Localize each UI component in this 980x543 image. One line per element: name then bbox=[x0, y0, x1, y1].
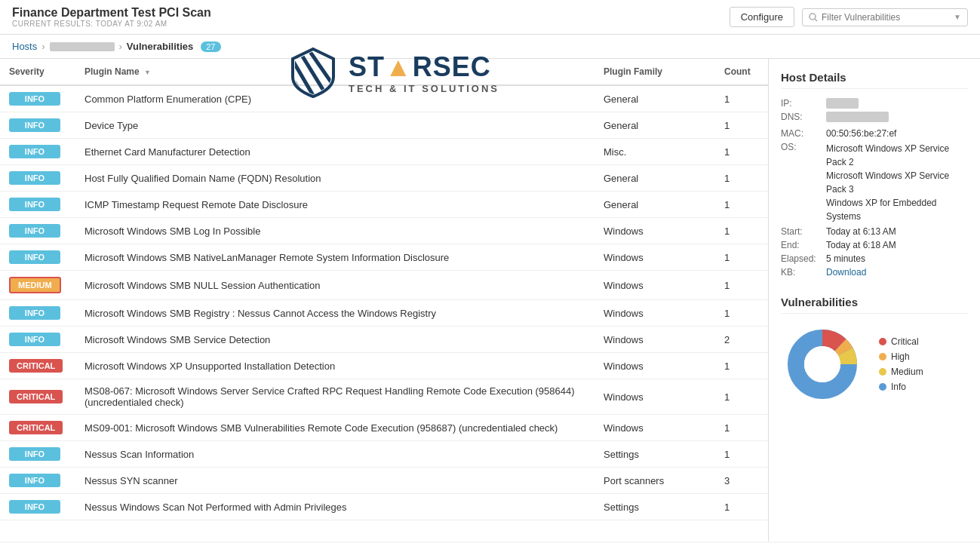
sort-icon: ▼ bbox=[144, 69, 151, 76]
severity-badge: CRITICAL bbox=[9, 359, 63, 373]
plugin-family-cell: Windows bbox=[594, 271, 715, 300]
plugin-name-cell: Device Type bbox=[75, 112, 594, 139]
os-label: OS: bbox=[781, 142, 826, 152]
plugin-name-cell: Host Fully Qualified Domain Name (FQDN) … bbox=[75, 165, 594, 192]
logo-text-wrap: ST▲RSEC TECH & IT SOLUTIONS bbox=[349, 51, 499, 94]
vuln-count-badge: 27 bbox=[201, 41, 220, 52]
end-value: Today at 6:18 AM bbox=[826, 240, 896, 250]
start-label: Start: bbox=[781, 226, 826, 237]
plugin-family-cell: Windows bbox=[594, 300, 715, 327]
vuln-chart-section: Vulnerabilities bbox=[781, 296, 968, 406]
plugin-name-cell: Nessus Scan Information bbox=[75, 441, 594, 468]
table-row[interactable]: INFOHost Fully Qualified Domain Name (FQ… bbox=[0, 165, 768, 192]
severity-badge: INFO bbox=[9, 224, 60, 238]
table-row[interactable]: CRITICALMS09-001: Microsoft Windows SMB … bbox=[0, 415, 768, 441]
plugin-family-cell: Settings bbox=[594, 441, 715, 468]
breadcrumb-current: Vulnerabilities bbox=[127, 41, 193, 52]
host-details-title: Host Details bbox=[781, 71, 968, 89]
main-layout: ST▲RSEC TECH & IT SOLUTIONS Severity Plu… bbox=[0, 59, 980, 541]
info-label: Info bbox=[891, 382, 906, 392]
table-row[interactable]: INFOMicrosoft Windows SMB Log In Possibl… bbox=[0, 218, 768, 244]
severity-badge: INFO bbox=[9, 474, 60, 487]
table-row[interactable]: INFOICMP Timestamp Request Remote Date D… bbox=[0, 192, 768, 218]
svg-point-0 bbox=[809, 14, 816, 20]
plugin-name-cell: Ethernet Card Manufacturer Detection bbox=[75, 139, 594, 165]
count-cell: 1 bbox=[715, 353, 768, 379]
filter-input[interactable] bbox=[822, 12, 951, 23]
plugin-name-cell: Microsoft Windows SMB NULL Session Authe… bbox=[75, 271, 594, 300]
table-row[interactable]: INFOEthernet Card Manufacturer Detection… bbox=[0, 139, 768, 165]
plugin-family-cell: Misc. bbox=[594, 139, 715, 165]
severity-cell: INFO bbox=[0, 218, 75, 244]
mac-value: 00:50:56:be:27:ef bbox=[826, 128, 896, 139]
host-ip-masked: ██████████ bbox=[50, 42, 115, 51]
table-row[interactable]: INFOMicrosoft Windows SMB NativeLanManag… bbox=[0, 244, 768, 271]
severity-badge: INFO bbox=[9, 171, 60, 185]
plugin-family-cell: Port scanners bbox=[594, 468, 715, 494]
count-cell: 2 bbox=[715, 327, 768, 353]
chart-area: Critical High Medium Info bbox=[781, 323, 968, 406]
info-dot bbox=[879, 383, 886, 391]
severity-cell: INFO bbox=[0, 192, 75, 218]
detail-elapsed-row: Elapsed: 5 minutes bbox=[781, 253, 968, 264]
svg-point-10 bbox=[804, 346, 840, 382]
top-bar-left: Finance Department Test PCI Scan CURRENT… bbox=[12, 6, 211, 28]
table-row[interactable]: INFOMicrosoft Windows SMB Registry : Nes… bbox=[0, 300, 768, 327]
page-title: Finance Department Test PCI Scan bbox=[12, 6, 211, 20]
plugin-name-cell: Microsoft Windows SMB Log In Possible bbox=[75, 218, 594, 244]
count-cell: 1 bbox=[715, 271, 768, 300]
end-label: End: bbox=[781, 240, 826, 250]
os-value: Microsoft Windows XP Service Pack 2 Micr… bbox=[826, 142, 968, 223]
table-row[interactable]: MEDIUMMicrosoft Windows SMB NULL Session… bbox=[0, 271, 768, 300]
vuln-table: Severity Plugin Name ▼ Plugin Family Cou… bbox=[0, 59, 768, 520]
severity-badge: MEDIUM bbox=[9, 277, 61, 293]
table-row[interactable]: INFOMicrosoft Windows SMB Service Detect… bbox=[0, 327, 768, 353]
plugin-family-cell: General bbox=[594, 112, 715, 139]
table-row[interactable]: CRITICALMicrosoft Windows XP Unsupported… bbox=[0, 353, 768, 379]
severity-cell: INFO bbox=[0, 244, 75, 271]
elapsed-value: 5 minutes bbox=[826, 253, 865, 264]
severity-badge: INFO bbox=[9, 500, 60, 514]
table-row[interactable]: INFONessus SYN scannerPort scanners3 bbox=[0, 468, 768, 494]
col-severity: Severity bbox=[0, 59, 75, 85]
dns-label: DNS: bbox=[781, 112, 826, 122]
severity-cell: CRITICAL bbox=[0, 353, 75, 379]
search-icon bbox=[809, 13, 818, 22]
table-row[interactable]: CRITICALMS08-067: Microsoft Windows Serv… bbox=[0, 379, 768, 415]
detail-start-row: Start: Today at 6:13 AM bbox=[781, 226, 968, 237]
count-cell: 1 bbox=[715, 112, 768, 139]
table-row[interactable]: INFONessus Scan InformationSettings1 bbox=[0, 441, 768, 468]
table-row[interactable]: INFODevice TypeGeneral1 bbox=[0, 112, 768, 139]
critical-label: Critical bbox=[891, 336, 919, 347]
hosts-link[interactable]: Hosts bbox=[12, 41, 37, 52]
configure-button[interactable]: Configure bbox=[730, 7, 794, 27]
severity-cell: INFO bbox=[0, 112, 75, 139]
table-row[interactable]: INFONessus Windows Scan Not Performed wi… bbox=[0, 494, 768, 520]
count-cell: 1 bbox=[715, 244, 768, 271]
mac-label: MAC: bbox=[781, 128, 826, 139]
severity-badge: INFO bbox=[9, 333, 60, 346]
logo-brand: ST▲RSEC bbox=[349, 51, 499, 83]
kb-download-link[interactable]: Download bbox=[826, 267, 866, 278]
svg-line-1 bbox=[815, 19, 817, 21]
plugin-family-cell: General bbox=[594, 165, 715, 192]
severity-cell: CRITICAL bbox=[0, 415, 75, 441]
count-cell: 1 bbox=[715, 192, 768, 218]
subtitle: CURRENT RESULTS: TODAY AT 9:02 AM bbox=[12, 20, 211, 28]
logo-overlay: ST▲RSEC TECH & IT SOLUTIONS bbox=[287, 45, 499, 100]
breadcrumb-sep-2: › bbox=[119, 41, 122, 52]
severity-cell: INFO bbox=[0, 139, 75, 165]
medium-dot bbox=[879, 368, 886, 376]
count-cell: 1 bbox=[715, 379, 768, 415]
plugin-name-cell: Nessus Windows Scan Not Performed with A… bbox=[75, 494, 594, 520]
logo-icon bbox=[287, 45, 339, 100]
vuln-table-body: INFOCommon Platform Enumeration (CPE)Gen… bbox=[0, 85, 768, 520]
severity-badge: CRITICAL bbox=[9, 390, 63, 403]
detail-dns-row: DNS: bbox=[781, 112, 968, 122]
top-bar: Finance Department Test PCI Scan CURRENT… bbox=[0, 0, 980, 35]
right-panel: Host Details IP: DNS: MAC: 00:50:56:be:2… bbox=[769, 59, 980, 541]
dns-value bbox=[826, 112, 889, 122]
top-bar-right: Configure ▼ bbox=[730, 7, 968, 27]
plugin-name-cell: Microsoft Windows SMB Registry : Nessus … bbox=[75, 300, 594, 327]
plugin-family-cell: General bbox=[594, 85, 715, 112]
